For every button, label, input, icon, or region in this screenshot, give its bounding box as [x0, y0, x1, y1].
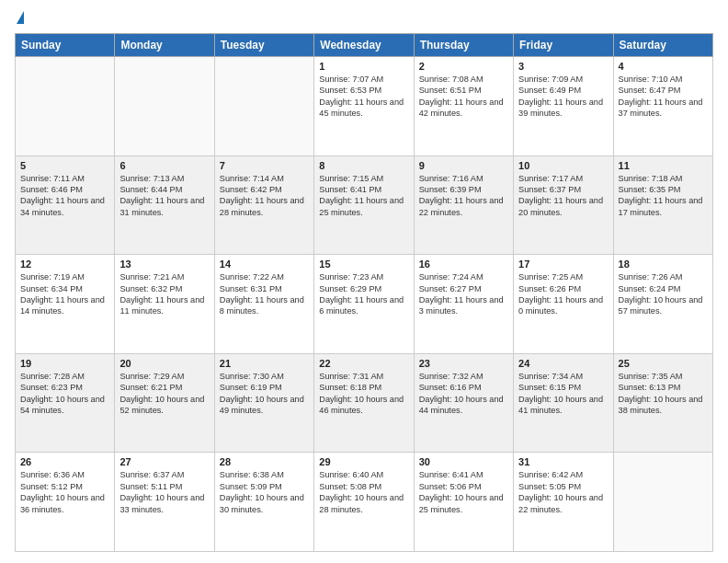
calendar-cell: 3Sunrise: 7:09 AM Sunset: 6:49 PM Daylig… [514, 57, 613, 156]
calendar-cell: 1Sunrise: 7:07 AM Sunset: 6:53 PM Daylig… [314, 57, 414, 156]
day-number: 9 [419, 160, 508, 171]
calendar-cell: 5Sunrise: 7:11 AM Sunset: 6:46 PM Daylig… [16, 155, 115, 255]
calendar-cell: 8Sunrise: 7:15 AM Sunset: 6:41 PM Daylig… [314, 155, 414, 255]
calendar-table: SundayMondayTuesdayWednesdayThursdayFrid… [15, 33, 713, 552]
day-info: Sunrise: 7:32 AM Sunset: 6:16 PM Dayligh… [419, 371, 508, 417]
calendar-cell: 24Sunrise: 7:34 AM Sunset: 6:15 PM Dayli… [514, 353, 613, 453]
day-info: Sunrise: 7:31 AM Sunset: 6:18 PM Dayligh… [319, 371, 408, 417]
calendar-cell: 17Sunrise: 7:25 AM Sunset: 6:26 PM Dayli… [514, 255, 613, 354]
day-info: Sunrise: 7:26 AM Sunset: 6:24 PM Dayligh… [619, 271, 708, 317]
day-info: Sunrise: 6:37 AM Sunset: 5:11 PM Dayligh… [119, 469, 209, 515]
calendar-cell: 18Sunrise: 7:26 AM Sunset: 6:24 PM Dayli… [613, 255, 712, 354]
day-info: Sunrise: 7:19 AM Sunset: 6:34 PM Dayligh… [20, 271, 109, 317]
day-number: 4 [619, 61, 708, 72]
day-info: Sunrise: 7:10 AM Sunset: 6:47 PM Dayligh… [619, 74, 708, 120]
day-number: 30 [419, 456, 508, 467]
day-number: 25 [619, 358, 708, 369]
weekday-header-friday: Friday [514, 34, 613, 57]
calendar-week-row: 19Sunrise: 7:28 AM Sunset: 6:23 PM Dayli… [16, 353, 713, 453]
header [15, 11, 713, 26]
day-number: 11 [619, 160, 708, 171]
day-number: 28 [220, 456, 309, 467]
day-number: 14 [220, 259, 309, 270]
day-info: Sunrise: 6:41 AM Sunset: 5:06 PM Dayligh… [419, 469, 508, 515]
weekday-header-thursday: Thursday [414, 34, 513, 57]
day-number: 20 [119, 358, 209, 369]
day-number: 13 [119, 259, 209, 270]
weekday-header-wednesday: Wednesday [314, 34, 414, 57]
calendar-cell: 26Sunrise: 6:36 AM Sunset: 5:12 PM Dayli… [16, 453, 115, 552]
day-number: 5 [20, 160, 109, 171]
weekday-header-saturday: Saturday [613, 34, 712, 57]
calendar-cell: 16Sunrise: 7:24 AM Sunset: 6:27 PM Dayli… [414, 255, 513, 354]
day-number: 2 [419, 61, 508, 72]
day-number: 18 [619, 259, 708, 270]
day-info: Sunrise: 7:34 AM Sunset: 6:15 PM Dayligh… [518, 371, 608, 417]
day-number: 15 [319, 259, 408, 270]
day-info: Sunrise: 7:11 AM Sunset: 6:46 PM Dayligh… [20, 173, 109, 219]
logo-triangle-icon [17, 11, 24, 24]
calendar-cell [214, 57, 313, 156]
day-info: Sunrise: 7:25 AM Sunset: 6:26 PM Dayligh… [518, 271, 608, 317]
day-info: Sunrise: 6:36 AM Sunset: 5:12 PM Dayligh… [20, 469, 109, 515]
day-number: 12 [20, 259, 109, 270]
day-number: 19 [20, 358, 109, 369]
day-number: 6 [119, 160, 209, 171]
calendar-cell: 22Sunrise: 7:31 AM Sunset: 6:18 PM Dayli… [314, 353, 414, 453]
day-info: Sunrise: 7:08 AM Sunset: 6:51 PM Dayligh… [419, 74, 508, 120]
calendar-cell: 4Sunrise: 7:10 AM Sunset: 6:47 PM Daylig… [613, 57, 712, 156]
calendar-week-row: 5Sunrise: 7:11 AM Sunset: 6:46 PM Daylig… [16, 155, 713, 255]
calendar-cell [16, 57, 115, 156]
calendar-cell: 2Sunrise: 7:08 AM Sunset: 6:51 PM Daylig… [414, 57, 513, 156]
day-number: 17 [518, 259, 608, 270]
page: SundayMondayTuesdayWednesdayThursdayFrid… [0, 0, 728, 563]
calendar-cell: 11Sunrise: 7:18 AM Sunset: 6:35 PM Dayli… [613, 155, 712, 255]
calendar-week-row: 1Sunrise: 7:07 AM Sunset: 6:53 PM Daylig… [16, 57, 713, 156]
calendar-cell: 9Sunrise: 7:16 AM Sunset: 6:39 PM Daylig… [414, 155, 513, 255]
day-number: 24 [518, 358, 608, 369]
day-info: Sunrise: 7:18 AM Sunset: 6:35 PM Dayligh… [619, 173, 708, 219]
calendar-cell: 6Sunrise: 7:13 AM Sunset: 6:44 PM Daylig… [115, 155, 214, 255]
calendar-week-row: 12Sunrise: 7:19 AM Sunset: 6:34 PM Dayli… [16, 255, 713, 354]
day-info: Sunrise: 7:29 AM Sunset: 6:21 PM Dayligh… [119, 371, 209, 417]
day-number: 31 [518, 456, 608, 467]
calendar-week-row: 26Sunrise: 6:36 AM Sunset: 5:12 PM Dayli… [16, 453, 713, 552]
day-number: 21 [220, 358, 309, 369]
day-number: 22 [319, 358, 408, 369]
day-info: Sunrise: 7:17 AM Sunset: 6:37 PM Dayligh… [518, 173, 608, 219]
calendar-cell: 10Sunrise: 7:17 AM Sunset: 6:37 PM Dayli… [514, 155, 613, 255]
day-info: Sunrise: 7:07 AM Sunset: 6:53 PM Dayligh… [319, 74, 408, 120]
day-info: Sunrise: 6:42 AM Sunset: 5:05 PM Dayligh… [518, 469, 608, 515]
calendar-cell: 15Sunrise: 7:23 AM Sunset: 6:29 PM Dayli… [314, 255, 414, 354]
calendar-cell [613, 453, 712, 552]
day-number: 10 [518, 160, 608, 171]
day-info: Sunrise: 6:38 AM Sunset: 5:09 PM Dayligh… [220, 469, 309, 515]
day-info: Sunrise: 7:35 AM Sunset: 6:13 PM Dayligh… [619, 371, 708, 417]
day-info: Sunrise: 7:13 AM Sunset: 6:44 PM Dayligh… [119, 173, 209, 219]
day-number: 8 [319, 160, 408, 171]
day-info: Sunrise: 7:28 AM Sunset: 6:23 PM Dayligh… [20, 371, 109, 417]
calendar-cell: 19Sunrise: 7:28 AM Sunset: 6:23 PM Dayli… [16, 353, 115, 453]
day-info: Sunrise: 7:14 AM Sunset: 6:42 PM Dayligh… [220, 173, 309, 219]
day-number: 3 [518, 61, 608, 72]
weekday-header-tuesday: Tuesday [214, 34, 313, 57]
day-number: 29 [319, 456, 408, 467]
day-info: Sunrise: 7:30 AM Sunset: 6:19 PM Dayligh… [220, 371, 309, 417]
calendar-cell: 23Sunrise: 7:32 AM Sunset: 6:16 PM Dayli… [414, 353, 513, 453]
weekday-header-monday: Monday [115, 34, 214, 57]
calendar-cell: 28Sunrise: 6:38 AM Sunset: 5:09 PM Dayli… [214, 453, 313, 552]
calendar-cell: 21Sunrise: 7:30 AM Sunset: 6:19 PM Dayli… [214, 353, 313, 453]
day-number: 23 [419, 358, 508, 369]
day-number: 16 [419, 259, 508, 270]
calendar-cell: 20Sunrise: 7:29 AM Sunset: 6:21 PM Dayli… [115, 353, 214, 453]
calendar-cell: 31Sunrise: 6:42 AM Sunset: 5:05 PM Dayli… [514, 453, 613, 552]
day-number: 26 [20, 456, 109, 467]
day-info: Sunrise: 7:24 AM Sunset: 6:27 PM Dayligh… [419, 271, 508, 317]
day-info: Sunrise: 7:21 AM Sunset: 6:32 PM Dayligh… [119, 271, 209, 317]
calendar-cell: 29Sunrise: 6:40 AM Sunset: 5:08 PM Dayli… [314, 453, 414, 552]
calendar-cell: 25Sunrise: 7:35 AM Sunset: 6:13 PM Dayli… [613, 353, 712, 453]
weekday-header-row: SundayMondayTuesdayWednesdayThursdayFrid… [16, 34, 713, 57]
calendar-cell: 13Sunrise: 7:21 AM Sunset: 6:32 PM Dayli… [115, 255, 214, 354]
calendar-cell: 30Sunrise: 6:41 AM Sunset: 5:06 PM Dayli… [414, 453, 513, 552]
calendar-cell: 14Sunrise: 7:22 AM Sunset: 6:31 PM Dayli… [214, 255, 313, 354]
